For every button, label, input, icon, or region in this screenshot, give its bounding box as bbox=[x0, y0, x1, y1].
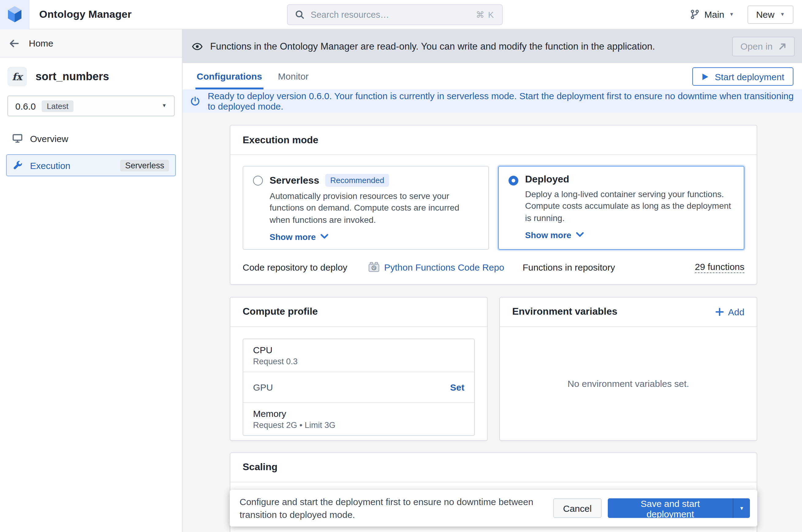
cpu-row: CPU Request 0.3 bbox=[243, 339, 474, 372]
execution-mode-card: Execution mode Serverless Recommended Au… bbox=[230, 125, 757, 285]
latest-badge: Latest bbox=[42, 100, 74, 112]
save-and-start-button[interactable]: Save and start deployment bbox=[607, 498, 733, 518]
eye-icon bbox=[192, 41, 203, 51]
chevron-down-icon: ▼ bbox=[729, 12, 734, 17]
sidebar-home[interactable]: Home bbox=[0, 30, 182, 58]
chevron-down-icon bbox=[576, 232, 584, 238]
power-icon bbox=[190, 96, 200, 106]
environment-variables-card: Environment variables Add No environment… bbox=[499, 297, 757, 441]
radio-serverless[interactable] bbox=[253, 176, 263, 186]
search-shortcut: ⌘ K bbox=[476, 10, 494, 20]
save-options-caret-button[interactable]: ▼ bbox=[733, 498, 750, 518]
home-label: Home bbox=[29, 38, 53, 49]
recommended-badge: Recommended bbox=[325, 174, 389, 187]
code-repository-icon: fx bbox=[368, 262, 380, 273]
content-area: Execution mode Serverless Recommended Au… bbox=[183, 113, 757, 532]
branch-name: Main bbox=[704, 9, 724, 20]
search-input[interactable]: Search resources… ⌘ K bbox=[287, 4, 503, 25]
main-panel: Functions in the Ontology Manager are re… bbox=[183, 30, 802, 532]
readonly-text: Functions in the Ontology Manager are re… bbox=[210, 41, 655, 52]
tab-monitor[interactable]: Monitor bbox=[277, 63, 310, 89]
version-number: 0.6.0 bbox=[15, 101, 36, 111]
search-placeholder: Search resources… bbox=[311, 10, 476, 20]
function-icon: fx bbox=[7, 67, 27, 86]
scaling-title: Scaling bbox=[243, 462, 277, 473]
cancel-button[interactable]: Cancel bbox=[553, 498, 601, 518]
chevron-down-icon: ▼ bbox=[162, 103, 167, 108]
app-root: Ontology Manager Search resources… ⌘ K M… bbox=[0, 0, 802, 532]
branch-selector[interactable]: Main ▼ bbox=[690, 9, 734, 20]
chevron-down-icon bbox=[321, 234, 329, 240]
readonly-banner: Functions in the Ontology Manager are re… bbox=[183, 30, 802, 63]
cards-row: Compute profile CPU Request 0.3 GPU Set … bbox=[230, 297, 757, 441]
wrench-icon bbox=[13, 160, 23, 170]
tabs-bar: Configurations Monitor Start deployment bbox=[183, 63, 802, 89]
repo-label: Code repository to deploy bbox=[243, 262, 368, 272]
memory-row: Memory Request 2G • Limit 3G bbox=[243, 402, 474, 435]
plus-icon bbox=[716, 308, 724, 316]
serverless-description: Automatically provision resources to ser… bbox=[270, 190, 478, 226]
new-button[interactable]: New ▼ bbox=[747, 5, 794, 23]
gpu-set-link[interactable]: Set bbox=[450, 382, 464, 393]
chevron-down-icon: ▼ bbox=[780, 12, 785, 17]
back-arrow-icon[interactable] bbox=[8, 38, 20, 48]
repository-row: Code repository to deploy fx bbox=[243, 261, 744, 273]
sidebar-item-execution[interactable]: Execution Serverless bbox=[6, 154, 176, 176]
start-deployment-button[interactable]: Start deployment bbox=[692, 67, 794, 86]
version-select[interactable]: 0.6.0 Latest ▼ bbox=[7, 95, 175, 116]
tab-configurations[interactable]: Configurations bbox=[196, 63, 263, 89]
git-branch-icon bbox=[690, 9, 699, 20]
external-link-icon bbox=[778, 42, 787, 51]
topbar-right: Main ▼ New ▼ bbox=[690, 5, 802, 23]
show-more-deployed[interactable]: Show more bbox=[525, 230, 734, 240]
show-more-serverless[interactable]: Show more bbox=[270, 232, 478, 242]
execution-mode-title: Execution mode bbox=[243, 134, 318, 146]
search-icon bbox=[295, 10, 305, 20]
add-env-var-button[interactable]: Add bbox=[716, 307, 744, 317]
functions-in-repo-label: Functions in repository bbox=[523, 262, 615, 272]
compute-profile-card: Compute profile CPU Request 0.3 GPU Set … bbox=[230, 297, 488, 441]
functions-count[interactable]: 29 functions bbox=[695, 261, 744, 273]
footer-message: Configure and start the deployment first… bbox=[240, 495, 553, 521]
compute-profile-list: CPU Request 0.3 GPU Set Memory Request 2… bbox=[243, 339, 475, 436]
save-split-button: Save and start deployment ▼ bbox=[607, 498, 750, 518]
sidebar: Home fx sort_numbers 0.6.0 Latest ▼ Over… bbox=[0, 30, 183, 532]
top-bar: Ontology Manager Search resources… ⌘ K M… bbox=[0, 0, 802, 30]
play-icon bbox=[701, 73, 709, 80]
sidebar-item-overview[interactable]: Overview bbox=[6, 127, 176, 149]
deploy-info-banner: Ready to deploy version 0.6.0. Your func… bbox=[183, 89, 802, 113]
gpu-row: GPU Set bbox=[243, 372, 474, 402]
function-header: fx sort_numbers bbox=[0, 58, 182, 94]
serverless-badge: Serverless bbox=[120, 159, 169, 171]
option-serverless[interactable]: Serverless Recommended Automatically pro… bbox=[243, 166, 489, 250]
app-logo-icon[interactable] bbox=[0, 0, 30, 29]
sidebar-nav: Overview Execution Serverless bbox=[0, 127, 182, 176]
function-name: sort_numbers bbox=[36, 70, 109, 83]
deployment-footer-bar: Configure and start the deployment first… bbox=[230, 490, 757, 527]
option-deployed[interactable]: Deployed Deploy a long-lived container s… bbox=[498, 166, 744, 250]
app-title: Ontology Manager bbox=[39, 8, 132, 20]
svg-text:fx: fx bbox=[372, 266, 377, 271]
env-vars-empty-state: No environment variables set. bbox=[500, 327, 757, 441]
deploy-info-text: Ready to deploy version 0.6.0. Your func… bbox=[208, 91, 795, 111]
radio-deployed[interactable] bbox=[509, 176, 518, 186]
open-in-button[interactable]: Open in bbox=[732, 36, 795, 56]
compute-profile-title: Compute profile bbox=[243, 306, 318, 318]
deployed-description: Deploy a long-lived container serving yo… bbox=[525, 189, 734, 224]
repo-link[interactable]: fx Python Functions Code Repo bbox=[368, 262, 504, 273]
active-tab-underline bbox=[196, 88, 263, 89]
monitor-icon bbox=[12, 133, 23, 143]
env-vars-title: Environment variables bbox=[512, 306, 617, 318]
